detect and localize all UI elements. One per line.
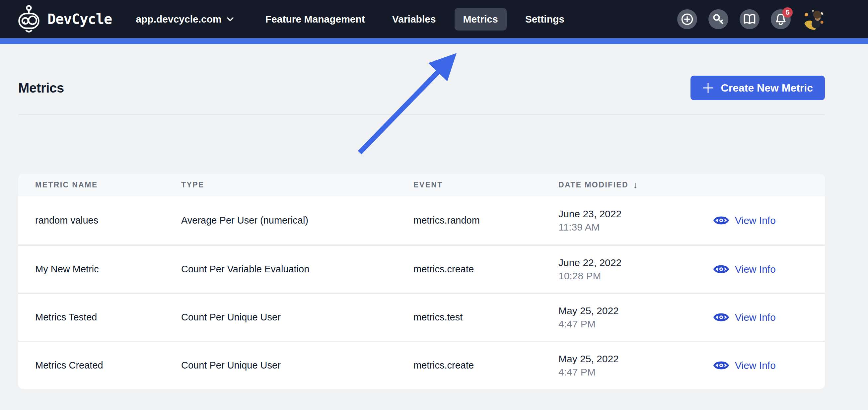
type-cell: Average Per User (numerical) xyxy=(181,215,413,226)
eye-icon xyxy=(713,359,729,372)
plus-circle-icon xyxy=(681,13,693,26)
header-divider xyxy=(18,115,825,115)
create-new-metric-button[interactable]: Create New Metric xyxy=(690,75,825,100)
table-row: random values Average Per User (numerica… xyxy=(18,196,825,245)
date-value: June 23, 2022 xyxy=(558,207,713,221)
accent-bar xyxy=(0,38,868,44)
plus-icon xyxy=(703,82,714,94)
create-new-metric-label: Create New Metric xyxy=(721,82,813,94)
time-value: 11:39 AM xyxy=(558,221,713,234)
view-info-label: View Info xyxy=(735,215,776,226)
brand-name: DevCycle xyxy=(48,11,112,27)
eye-icon xyxy=(713,263,729,275)
time-value: 10:28 PM xyxy=(558,270,713,283)
date-modified-cell: June 22, 2022 10:28 PM xyxy=(558,256,713,283)
nav-item-feature-management[interactable]: Feature Management xyxy=(257,8,374,31)
metric-name-cell: Metrics Created xyxy=(35,360,181,371)
column-header-date-modified[interactable]: DATE MODIFIED ↓ xyxy=(558,180,713,190)
date-modified-cell: June 23, 2022 11:39 AM xyxy=(558,207,713,234)
column-header-type: TYPE xyxy=(181,181,413,189)
key-icon xyxy=(712,13,725,26)
nav-actions: 5 xyxy=(677,9,825,30)
event-cell: metrics.create xyxy=(413,264,558,275)
view-info-link[interactable]: View Info xyxy=(713,311,776,323)
view-info-link[interactable]: View Info xyxy=(713,263,776,275)
metrics-table: METRIC NAME TYPE EVENT DATE MODIFIED ↓ r… xyxy=(18,174,825,389)
date-value: May 25, 2022 xyxy=(558,352,713,366)
table-header-row: METRIC NAME TYPE EVENT DATE MODIFIED ↓ xyxy=(18,174,825,196)
date-modified-cell: May 25, 2022 4:47 PM xyxy=(558,304,713,331)
date-value: May 25, 2022 xyxy=(558,304,713,317)
table-row: My New Metric Count Per Variable Evaluat… xyxy=(18,245,825,292)
notifications-button[interactable]: 5 xyxy=(771,9,791,29)
time-value: 4:47 PM xyxy=(558,366,713,379)
view-info-label: View Info xyxy=(735,360,776,371)
page-header: Metrics Create New Metric xyxy=(18,75,825,100)
metric-name-cell: random values xyxy=(35,215,181,226)
type-cell: Count Per Variable Evaluation xyxy=(181,264,413,275)
metric-name-cell: My New Metric xyxy=(35,264,181,275)
top-nav: DevCycle app.devcycle.com Feature Manage… xyxy=(0,0,868,38)
add-button[interactable] xyxy=(677,9,697,29)
table-row: Metrics Created Count Per Unique User me… xyxy=(18,341,825,389)
eye-icon xyxy=(713,214,729,227)
nav-item-metrics[interactable]: Metrics xyxy=(455,8,507,31)
type-cell: Count Per Unique User xyxy=(181,360,413,371)
eye-icon xyxy=(713,311,729,323)
book-icon xyxy=(743,13,756,25)
column-header-metric-name: METRIC NAME xyxy=(35,181,181,189)
view-info-label: View Info xyxy=(735,264,776,275)
date-value: June 22, 2022 xyxy=(558,256,713,270)
view-info-link[interactable]: View Info xyxy=(713,214,776,227)
nav-item-settings[interactable]: Settings xyxy=(517,8,573,31)
docs-button[interactable] xyxy=(740,9,760,29)
date-modified-cell: May 25, 2022 4:47 PM xyxy=(558,352,713,379)
org-selector-label: app.devcycle.com xyxy=(136,13,221,25)
time-value: 4:47 PM xyxy=(558,317,713,331)
view-info-link[interactable]: View Info xyxy=(713,359,776,372)
view-info-label: View Info xyxy=(735,312,776,323)
table-row: Metrics Tested Count Per Unique User met… xyxy=(18,292,825,341)
column-header-date-modified-label: DATE MODIFIED xyxy=(558,181,628,189)
notification-badge: 5 xyxy=(782,7,793,18)
brand[interactable]: DevCycle xyxy=(18,5,112,33)
api-keys-button[interactable] xyxy=(708,9,728,29)
nav-item-variables[interactable]: Variables xyxy=(383,8,445,31)
chevron-down-icon xyxy=(227,17,234,21)
main-content: Metrics Create New Metric METRIC NAME TY… xyxy=(0,75,868,389)
event-cell: metrics.random xyxy=(413,215,558,226)
nav-links: Feature Management Variables Metrics Set… xyxy=(257,8,573,31)
event-cell: metrics.create xyxy=(413,360,558,371)
event-cell: metrics.test xyxy=(413,312,558,323)
column-header-event: EVENT xyxy=(413,181,558,189)
devcycle-robot-logo-icon xyxy=(18,5,39,33)
type-cell: Count Per Unique User xyxy=(181,312,413,323)
org-selector[interactable]: app.devcycle.com xyxy=(136,13,233,25)
sort-descending-icon: ↓ xyxy=(633,180,638,190)
page-title: Metrics xyxy=(18,81,64,96)
metric-name-cell: Metrics Tested xyxy=(35,312,181,323)
user-avatar[interactable] xyxy=(804,9,825,30)
